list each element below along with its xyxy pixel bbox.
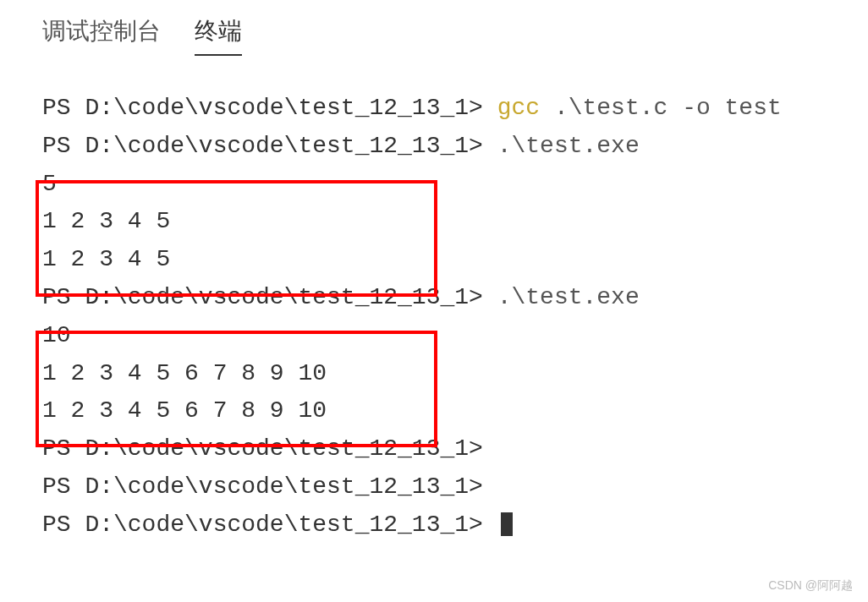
prompt-text: PS D:\code\vscode\test_12_13_1> [42, 284, 497, 310]
output-text: 5 [42, 171, 57, 197]
output-text: 1 2 3 4 5 [42, 208, 170, 234]
tab-terminal[interactable]: 终端 [195, 15, 242, 56]
prompt-text: PS D:\code\vscode\test_12_13_1> [42, 133, 497, 159]
prompt-text: PS D:\code\vscode\test_12_13_1> [42, 435, 497, 462]
terminal-line: PS D:\code\vscode\test_12_13_1> .\test.e… [42, 128, 868, 166]
terminal-line: PS D:\code\vscode\test_12_13_1> [42, 430, 868, 468]
terminal-line: 5 [42, 166, 868, 204]
terminal-line: PS D:\code\vscode\test_12_13_1> gcc .\te… [42, 90, 868, 128]
output-text: 1 2 3 4 5 [42, 246, 170, 272]
tab-bar: 调试控制台 终端 [0, 0, 868, 56]
command-text: .\test.exe [497, 133, 640, 159]
prompt-text: PS D:\code\vscode\test_12_13_1> [42, 473, 497, 500]
terminal-line: 10 [42, 317, 868, 355]
cursor-icon [501, 512, 513, 536]
output-text: 10 [42, 322, 71, 348]
terminal-line: PS D:\code\vscode\test_12_13_1> [42, 506, 868, 545]
prompt-text: PS D:\code\vscode\test_12_13_1> [42, 95, 497, 121]
output-text: 1 2 3 4 5 6 7 8 9 10 [42, 397, 327, 424]
watermark-text: CSDN @阿阿越 [768, 578, 853, 594]
terminal-line: 1 2 3 4 5 6 7 8 9 10 [42, 392, 868, 430]
tab-debug-console[interactable]: 调试控制台 [42, 15, 161, 56]
terminal-line: PS D:\code\vscode\test_12_13_1> .\test.e… [42, 279, 868, 317]
terminal-line: 1 2 3 4 5 6 7 8 9 10 [42, 355, 868, 393]
terminal-line: PS D:\code\vscode\test_12_13_1> [42, 468, 868, 506]
terminal-line: 1 2 3 4 5 [42, 203, 868, 241]
prompt-text: PS D:\code\vscode\test_12_13_1> [42, 512, 497, 538]
command-text: .\test.c -o test [540, 95, 782, 121]
output-text: 1 2 3 4 5 6 7 8 9 10 [42, 360, 327, 386]
terminal-output[interactable]: PS D:\code\vscode\test_12_13_1> gcc .\te… [0, 56, 868, 545]
command-text: .\test.exe [497, 284, 640, 310]
command-highlight: gcc [497, 95, 540, 121]
terminal-line: 1 2 3 4 5 [42, 241, 868, 279]
